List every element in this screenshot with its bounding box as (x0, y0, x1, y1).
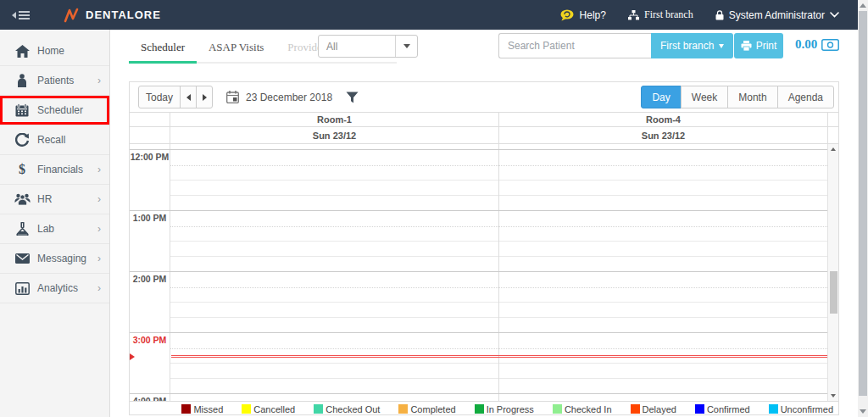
legend-label: Cancelled (253, 404, 295, 414)
current-time-line (171, 355, 827, 358)
sidebar-item-analytics[interactable]: Analytics › (0, 274, 109, 303)
user-menu[interactable]: System Administrator (715, 9, 839, 21)
time-slot[interactable] (170, 363, 498, 378)
view-day-button[interactable]: Day (641, 86, 681, 108)
time-label: 1:00 PM (130, 211, 170, 271)
dropdown-arrow-button[interactable] (395, 36, 417, 57)
calendar-icon (12, 103, 32, 117)
time-slot[interactable] (170, 272, 498, 287)
view-month-button[interactable]: Month (727, 86, 777, 108)
time-slot[interactable] (499, 241, 827, 256)
filter-funnel-icon[interactable] (346, 92, 359, 103)
balance-display[interactable]: 0.00 (795, 37, 839, 52)
scroll-down-icon[interactable] (831, 394, 836, 398)
time-slot[interactable] (499, 302, 827, 317)
time-slot[interactable] (170, 165, 498, 181)
legend-item: Confirmed (695, 404, 750, 414)
time-slot[interactable] (499, 363, 827, 378)
legend-label: Unconfirmed (781, 404, 833, 414)
time-slot[interactable] (170, 317, 498, 332)
branch-menu[interactable]: First branch (628, 8, 693, 21)
prev-day-button[interactable] (180, 86, 197, 108)
collapse-sidebar-button[interactable] (12, 11, 30, 19)
chevron-down-icon (830, 12, 839, 18)
time-slot[interactable] (499, 272, 827, 287)
time-slot[interactable] (499, 226, 827, 242)
provider-filter-dropdown[interactable]: All (318, 35, 418, 58)
patient-search-group: First branch (498, 33, 733, 58)
page-scrollbar[interactable] (858, 0, 868, 417)
legend-item: Cancelled (242, 404, 295, 414)
provider-filter-value: All (319, 41, 395, 53)
scroll-up-icon[interactable] (860, 3, 866, 8)
time-gutter-header (130, 127, 170, 143)
legend-item: Completed (398, 404, 455, 414)
sidebar-item-messaging[interactable]: Messaging › (0, 244, 109, 274)
time-slot[interactable] (499, 180, 827, 195)
time-slot[interactable] (499, 195, 827, 210)
expand-chevron-icon: › (97, 283, 101, 293)
time-slot[interactable] (499, 378, 827, 393)
calendar-scrollbar[interactable] (827, 144, 838, 401)
time-slot[interactable] (170, 256, 498, 271)
sidebar-item-label: Analytics (37, 282, 78, 294)
time-slot[interactable] (499, 287, 827, 303)
time-slot[interactable] (170, 180, 498, 195)
time-slot[interactable] (499, 165, 827, 181)
view-week-button[interactable]: Week (681, 86, 728, 108)
today-button[interactable]: Today (138, 86, 181, 108)
search-patient-input[interactable] (498, 33, 651, 58)
header-scrollbar-spacer (827, 113, 838, 126)
sidebar-item-patients[interactable]: Patients › (0, 66, 109, 96)
time-slot[interactable] (499, 256, 827, 271)
branch-select-button[interactable]: First branch (651, 33, 733, 58)
time-slot[interactable] (170, 241, 498, 256)
sidebar-item-lab[interactable]: Lab › (0, 214, 109, 244)
expand-chevron-icon: › (97, 164, 101, 175)
sidebar-item-label: Scheduler (37, 104, 83, 116)
time-slot[interactable] (170, 302, 498, 317)
sidebar-item-scheduler[interactable]: Scheduler (0, 96, 109, 125)
time-slot[interactable] (170, 211, 498, 226)
sidebar-item-hr[interactable]: HR › (0, 185, 109, 214)
tab-scheduler[interactable]: Scheduler (129, 34, 197, 62)
time-slot[interactable] (499, 211, 827, 226)
time-slot[interactable] (170, 378, 498, 393)
scrollbar-thumb[interactable] (859, 11, 867, 396)
time-slot[interactable] (499, 150, 827, 165)
tab-asap-visits[interactable]: ASAP Visits (197, 34, 275, 62)
time-slot[interactable] (499, 317, 827, 332)
time-slot[interactable] (170, 394, 498, 401)
collapse-arrow-icon (12, 12, 16, 19)
time-slot[interactable] (170, 150, 498, 165)
time-slot[interactable] (170, 333, 498, 348)
legend-color-swatch (242, 404, 251, 414)
sidebar-item-financials[interactable]: $ Financials › (0, 155, 109, 185)
legend-label: Confirmed (707, 404, 750, 414)
next-day-button[interactable] (196, 86, 213, 108)
refresh-icon (12, 133, 32, 147)
money-icon (821, 39, 839, 51)
time-slot[interactable] (499, 333, 827, 348)
print-button[interactable]: Print (734, 33, 783, 58)
current-date-display[interactable]: 23 December 2018 (226, 91, 332, 103)
help-menu[interactable]: Help? (560, 9, 606, 21)
hour-row: 1:00 PM (130, 210, 827, 271)
scrollbar-thumb[interactable] (830, 271, 837, 314)
sidebar-item-label: Lab (37, 223, 54, 235)
sidebar-item-home[interactable]: Home (0, 36, 109, 66)
time-slot[interactable] (499, 394, 827, 401)
room-column (170, 333, 498, 393)
current-time-marker-icon (130, 353, 135, 360)
view-agenda-button[interactable]: Agenda (777, 86, 834, 108)
time-slot[interactable] (170, 287, 498, 303)
time-slot[interactable] (170, 195, 498, 210)
scroll-down-icon[interactable] (860, 409, 866, 414)
sidebar-item-recall[interactable]: Recall (0, 125, 109, 155)
time-slot[interactable] (170, 226, 498, 242)
scroll-up-icon[interactable] (831, 147, 836, 151)
expand-chevron-icon: › (97, 75, 101, 86)
user-name-label: System Administrator (729, 9, 825, 21)
calendar-body: 12:00 PM1:00 PM2:00 PM3:00 PM4:00 PM (130, 143, 838, 401)
room-column (170, 394, 498, 401)
